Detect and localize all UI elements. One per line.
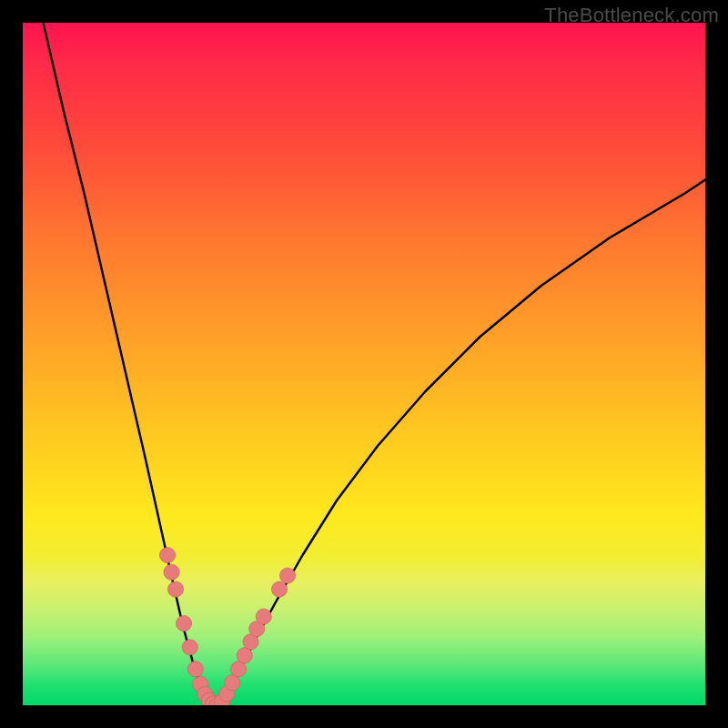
data-point [164,564,179,580]
data-point [182,640,197,655]
data-point [271,581,287,597]
data-point [225,675,240,691]
bottleneck-curve-right [217,180,705,706]
data-point [256,609,271,624]
data-point [279,568,295,583]
data-point [230,662,246,677]
data-point [159,547,175,562]
data-point [176,615,191,631]
bottleneck-curve-left [44,23,217,705]
plot-area [23,23,705,705]
highlighted-points [159,547,295,705]
chart-frame: TheBottleneck.com [0,0,728,728]
data-point [167,581,183,597]
data-point [237,648,252,663]
bottleneck-curve [44,23,706,705]
watermark-text: TheBottleneck.com [544,4,719,27]
chart-svg [23,23,705,705]
data-point [187,662,203,677]
